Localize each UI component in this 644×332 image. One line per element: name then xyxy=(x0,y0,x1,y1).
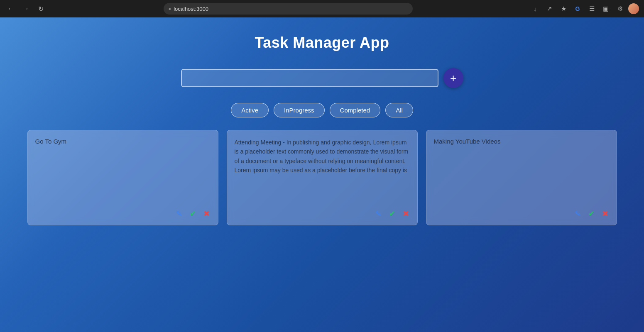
task-body-3[interactable] xyxy=(434,148,609,202)
avatar[interactable] xyxy=(628,3,639,14)
filter-row: Active InProgress Completed All xyxy=(231,103,413,117)
lock-icon: ● xyxy=(169,6,171,11)
add-task-button[interactable]: + xyxy=(443,68,463,88)
delete-button-1[interactable]: ✖ xyxy=(203,208,211,219)
filter-all[interactable]: All xyxy=(385,103,413,117)
browser-chrome: ← → ↻ ● localhost:3000 ↓ ↗ ★ G ☰ ▣ ⚙ xyxy=(0,0,644,17)
delete-button-3[interactable]: ✖ xyxy=(601,208,609,219)
input-row: + xyxy=(181,68,463,88)
task-actions-1: ✎ ✔ ✖ xyxy=(35,205,211,219)
browser-right-icons: ↓ ↗ ★ G ☰ ▣ ⚙ xyxy=(529,3,639,15)
share-icon[interactable]: ↗ xyxy=(544,3,555,15)
task-actions-2: ✎ ✔ ✖ xyxy=(235,205,410,219)
g-icon[interactable]: G xyxy=(572,3,583,15)
task-actions-3: ✎ ✔ ✖ xyxy=(434,205,609,219)
download-icon[interactable]: ↓ xyxy=(529,3,541,15)
task-body-1[interactable] xyxy=(35,148,211,202)
reload-button[interactable]: ↻ xyxy=(35,3,47,15)
app-container: Task Manager App + Active InProgress Com… xyxy=(0,17,644,332)
star-icon[interactable]: ★ xyxy=(558,3,569,15)
complete-button-3[interactable]: ✔ xyxy=(588,208,595,219)
edit-button-2[interactable]: ✎ xyxy=(375,208,382,219)
task-body-2[interactable] xyxy=(235,138,410,202)
app-title: Task Manager App xyxy=(255,34,389,51)
forward-button[interactable]: → xyxy=(20,3,32,15)
task-title-1: Go To Gym xyxy=(35,138,211,145)
edit-button-3[interactable]: ✎ xyxy=(574,208,582,219)
apps-icon[interactable]: ▣ xyxy=(600,3,612,15)
delete-button-2[interactable]: ✖ xyxy=(402,208,410,219)
url-text: localhost:3000 xyxy=(174,6,208,12)
filter-active[interactable]: Active xyxy=(231,103,269,117)
task-card-3: Making YouTube Videos ✎ ✔ ✖ xyxy=(426,130,617,225)
menu-icon[interactable]: ☰ xyxy=(586,3,597,15)
address-bar[interactable]: ● localhost:3000 xyxy=(164,3,413,15)
back-button[interactable]: ← xyxy=(5,3,17,15)
edit-button-1[interactable]: ✎ xyxy=(175,208,183,219)
filter-inprogress[interactable]: InProgress xyxy=(274,103,325,117)
complete-button-1[interactable]: ✔ xyxy=(189,208,197,219)
filter-completed[interactable]: Completed xyxy=(330,103,381,117)
task-card-1: Go To Gym ✎ ✔ ✖ xyxy=(27,130,218,225)
tasks-grid: Go To Gym ✎ ✔ ✖ ✎ ✔ ✖ Making YouTube Vid… xyxy=(19,130,625,225)
complete-button-2[interactable]: ✔ xyxy=(388,208,396,219)
task-card-2: ✎ ✔ ✖ xyxy=(227,130,418,225)
task-input[interactable] xyxy=(181,69,438,87)
puzzle-icon[interactable]: ⚙ xyxy=(614,3,626,15)
task-title-3: Making YouTube Videos xyxy=(434,138,609,145)
